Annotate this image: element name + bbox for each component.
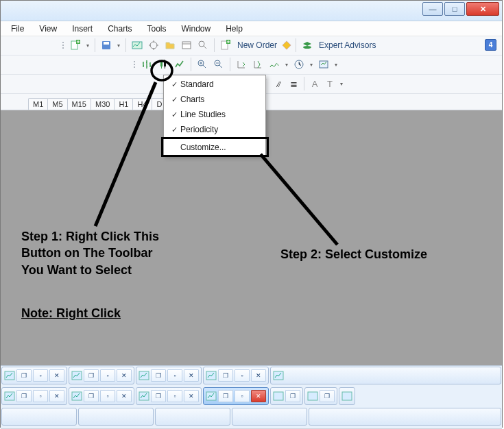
dropdown-arrow[interactable]: ▾ bbox=[84, 42, 91, 49]
app-window: — □ ✕ File View Insert Charts Tools Wind… bbox=[0, 0, 503, 428]
menu-view[interactable]: View bbox=[32, 23, 64, 35]
profiles-button[interactable] bbox=[99, 38, 114, 53]
maximize-button[interactable]: □ bbox=[444, 2, 465, 16]
new-order-label[interactable]: New Order bbox=[235, 40, 280, 50]
task-group[interactable] bbox=[232, 408, 307, 426]
autoscroll-button[interactable] bbox=[234, 57, 249, 72]
text-label-tool[interactable]: T bbox=[323, 79, 337, 89]
menu-window[interactable]: Window bbox=[174, 23, 219, 35]
task-cascade-button[interactable]: ❐ bbox=[320, 390, 335, 402]
menu-tools[interactable]: Tools bbox=[140, 23, 174, 35]
dropdown-arrow[interactable]: ▾ bbox=[308, 62, 315, 68]
dropdown-arrow[interactable]: ▾ bbox=[283, 62, 290, 68]
task-close-button[interactable]: ✕ bbox=[251, 369, 266, 382]
ctx-item-standard[interactable]: ✓Standard bbox=[164, 77, 265, 92]
task-cascade-button[interactable]: ❐ bbox=[218, 390, 233, 402]
period-m15[interactable]: M15 bbox=[67, 98, 91, 110]
menu-help[interactable]: Help bbox=[218, 23, 250, 35]
task-group[interactable]: ❐ ▫ ✕ bbox=[69, 387, 134, 405]
task-close-button[interactable]: ✕ bbox=[49, 390, 64, 402]
indicators-button[interactable] bbox=[267, 57, 282, 72]
terminal-button[interactable] bbox=[179, 38, 194, 53]
period-m1[interactable]: M1 bbox=[28, 98, 48, 110]
task-group[interactable]: ❐ ▫ ✕ bbox=[203, 367, 269, 384]
strategy-tester-button[interactable] bbox=[195, 38, 211, 53]
period-m30[interactable]: M30 bbox=[91, 98, 115, 110]
task-group[interactable] bbox=[155, 408, 230, 426]
task-group-active[interactable]: ❐ ▫ ✕ bbox=[203, 387, 269, 405]
minimize-button[interactable]: — bbox=[422, 2, 443, 16]
task-restore-button[interactable]: ▫ bbox=[235, 390, 250, 402]
ctx-item-line-studies[interactable]: ✓Line Studies bbox=[164, 107, 265, 122]
task-restore-button[interactable]: ▫ bbox=[167, 369, 182, 382]
task-restore-button[interactable]: ▫ bbox=[235, 369, 250, 382]
task-close-button[interactable]: ✕ bbox=[117, 390, 132, 402]
task-cascade-button[interactable]: ❐ bbox=[285, 390, 300, 402]
alerts-badge[interactable]: 4 bbox=[485, 39, 496, 51]
period-m5[interactable]: M5 bbox=[47, 98, 67, 110]
data-window-button[interactable] bbox=[163, 38, 178, 53]
dropdown-arrow[interactable]: ▾ bbox=[115, 42, 122, 49]
candlestick-button[interactable] bbox=[156, 57, 171, 72]
task-close-button[interactable]: ✕ bbox=[184, 369, 199, 382]
text-tool[interactable]: A bbox=[308, 79, 322, 89]
task-close-button[interactable]: ✕ bbox=[49, 369, 64, 382]
task-cascade-button[interactable]: ❐ bbox=[16, 369, 32, 382]
zoom-out-button[interactable] bbox=[211, 57, 226, 72]
task-group[interactable]: ❐ bbox=[304, 387, 337, 405]
task-group[interactable] bbox=[78, 408, 154, 426]
equidistant-channel-tool[interactable]: ⫽ bbox=[272, 79, 285, 89]
task-restore-button[interactable]: ▫ bbox=[33, 369, 48, 382]
task-cascade-button[interactable]: ❐ bbox=[218, 369, 233, 382]
period-h4[interactable]: H4 bbox=[132, 98, 152, 110]
task-close-button[interactable]: ✕ bbox=[251, 390, 266, 402]
barchart-button[interactable] bbox=[139, 57, 154, 72]
dropdown-arrow[interactable]: ▾ bbox=[338, 81, 345, 87]
ctx-item-charts[interactable]: ✓Charts bbox=[164, 92, 265, 107]
chart-shift-button[interactable] bbox=[250, 57, 265, 72]
templates-button[interactable] bbox=[316, 57, 331, 72]
periodicity-button[interactable] bbox=[291, 57, 307, 72]
menu-insert[interactable]: Insert bbox=[64, 23, 100, 35]
task-cascade-button[interactable]: ❐ bbox=[84, 369, 99, 382]
new-chart-button[interactable] bbox=[68, 38, 83, 53]
task-cascade-button[interactable]: ❐ bbox=[16, 390, 32, 402]
task-group[interactable]: ❐ ▫ ✕ bbox=[69, 367, 134, 384]
task-close-button[interactable]: ✕ bbox=[117, 369, 132, 382]
new-order-button[interactable] bbox=[218, 38, 233, 53]
navigator-button[interactable] bbox=[146, 38, 161, 53]
task-group[interactable]: ❐ ▫ ✕ bbox=[136, 387, 202, 405]
ctx-item-periodicity[interactable]: ✓Periodicity bbox=[164, 122, 265, 137]
task-restore-button[interactable]: ▫ bbox=[100, 390, 115, 402]
task-group[interactable]: ❐ ▫ ✕ bbox=[1, 387, 67, 405]
task-cascade-button[interactable]: ❐ bbox=[84, 390, 99, 402]
task-group[interactable]: ❐ ▫ ✕ bbox=[136, 367, 202, 384]
expert-advisors-label[interactable]: Expert Advisors bbox=[316, 40, 379, 50]
toolbar-grip[interactable] bbox=[61, 38, 65, 53]
menu-charts[interactable]: Charts bbox=[100, 23, 139, 35]
expert-advisors-button[interactable] bbox=[300, 38, 315, 53]
candle-icon bbox=[158, 59, 169, 70]
toolbar-grip[interactable] bbox=[132, 57, 136, 72]
market-watch-button[interactable] bbox=[130, 38, 145, 53]
task-cascade-button[interactable]: ❐ bbox=[151, 390, 166, 402]
task-restore-button[interactable]: ▫ bbox=[100, 369, 115, 382]
alert-button[interactable] bbox=[281, 38, 292, 53]
period-h1[interactable]: H1 bbox=[114, 98, 133, 110]
zoom-in-button[interactable] bbox=[195, 57, 210, 72]
close-button[interactable]: ✕ bbox=[466, 2, 499, 16]
dropdown-arrow[interactable]: ▾ bbox=[333, 62, 339, 68]
task-group[interactable] bbox=[1, 408, 77, 426]
task-group[interactable] bbox=[309, 408, 501, 426]
task-restore-button[interactable]: ▫ bbox=[33, 390, 48, 402]
linechart-button[interactable] bbox=[172, 57, 187, 72]
task-group[interactable] bbox=[270, 367, 501, 384]
task-restore-button[interactable]: ▫ bbox=[167, 390, 182, 402]
task-group[interactable]: ❐ ▫ ✕ bbox=[1, 367, 67, 384]
task-group[interactable]: ❐ bbox=[270, 387, 303, 405]
task-group[interactable] bbox=[339, 387, 355, 405]
task-close-button[interactable]: ✕ bbox=[184, 390, 199, 402]
fibonacci-tool[interactable]: ≣ bbox=[287, 79, 300, 89]
menu-file[interactable]: File bbox=[3, 23, 32, 35]
task-cascade-button[interactable]: ❐ bbox=[151, 369, 166, 382]
